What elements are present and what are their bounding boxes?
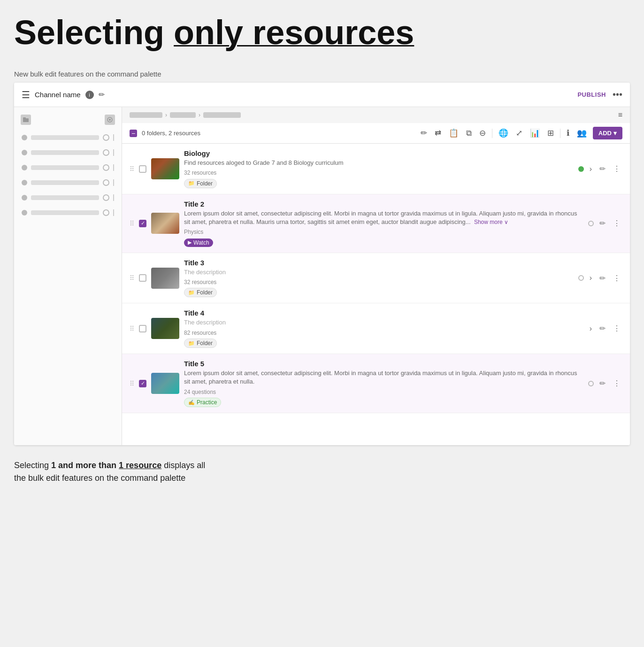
edit-pencil-icon[interactable]: ✏ (99, 90, 105, 99)
resource-desc-title4: The description (184, 318, 583, 327)
resource-thumbnail-title5 (151, 373, 179, 394)
row-actions-title4: › ✏ ⋮ (588, 323, 622, 334)
folder-icon-biology: 📁 (188, 180, 195, 186)
sidebar-dot (22, 180, 27, 185)
status-dot-biology (578, 166, 584, 172)
hamburger-icon[interactable]: ☰ (22, 89, 30, 100)
move-tool-button[interactable]: ⇄ (433, 127, 443, 139)
edit-tool-button[interactable]: ✏ (419, 127, 429, 139)
more-icon-title4[interactable]: ⋮ (611, 323, 622, 334)
table-row: ⠿ Title 3 The description 32 resources 📁… (122, 253, 630, 304)
select-all-checkbox[interactable] (130, 130, 137, 137)
copy-tool-button[interactable]: ⧉ (465, 127, 473, 139)
breadcrumb-item-3[interactable] (203, 112, 241, 118)
practice-icon-title5: ✍ (188, 400, 195, 406)
sidebar-item[interactable] (18, 207, 118, 219)
sidebar-item[interactable] (18, 192, 118, 204)
remove-tool-button[interactable]: ⊖ (478, 127, 487, 139)
info-tool-button[interactable]: ℹ (565, 127, 571, 139)
globe-tool-button[interactable]: 🌐 (497, 127, 510, 139)
edit-icon-title5[interactable]: ✏ (598, 378, 607, 389)
resource-meta-title5: 24 questions (184, 389, 583, 395)
resource-info-title2: Title 2 Lorem ipsum dolor sit amet, cons… (184, 200, 583, 247)
sidebar-item[interactable] (18, 177, 118, 189)
expand-chevron-biology[interactable]: › (588, 164, 594, 174)
breadcrumb-item-1[interactable] (130, 112, 162, 118)
sidebar-line (113, 209, 114, 216)
more-icon-title2[interactable]: ⋮ (611, 218, 622, 229)
sidebar-item[interactable] (18, 146, 118, 159)
resource-desc-title3: The description (184, 268, 574, 277)
expand-chevron-title4[interactable]: › (588, 324, 594, 334)
drag-handle-icon[interactable]: ⠿ (130, 274, 134, 282)
sidebar-bar (31, 135, 99, 140)
svg-rect-0 (23, 118, 29, 122)
breadcrumb-item-2[interactable] (170, 112, 196, 118)
resource-meta-title2: Physics (184, 229, 583, 235)
resource-title-title2: Title 2 (184, 200, 583, 208)
grid-tool-button[interactable]: ⊞ (546, 127, 555, 139)
row-checkbox-title3[interactable] (139, 274, 146, 282)
sidebar-bar (31, 180, 99, 185)
sidebar-line (113, 194, 114, 201)
toolbar-actions: ✏ ⇄ 📋 ⧉ ⊖ 🌐 ⤢ 📊 ⊞ ℹ 👥 A (419, 127, 622, 139)
row-checkbox-title2[interactable] (139, 220, 146, 227)
row-checkbox-biology[interactable] (139, 165, 146, 173)
resource-count: 0 folders, 2 resources (142, 130, 414, 137)
drag-handle-icon[interactable]: ⠿ (130, 325, 134, 332)
toolbar-divider (492, 129, 492, 138)
expand-tool-button[interactable]: ⤢ (514, 127, 524, 139)
sidebar-circle (103, 164, 109, 171)
toolbar-divider2 (560, 129, 560, 138)
add-button[interactable]: ADD ▾ (593, 127, 622, 139)
chart-tool-button[interactable]: 📊 (529, 127, 541, 139)
edit-icon-title4[interactable]: ✏ (598, 323, 607, 334)
svg-point-3 (109, 119, 111, 121)
row-checkbox-title5[interactable] (139, 380, 146, 387)
more-options-icon[interactable]: ••• (613, 89, 622, 100)
publish-button[interactable]: PUBLISH (577, 91, 606, 98)
page-wrapper: Selecting only resources New bulk edit f… (0, 0, 644, 503)
sidebar-dot (22, 210, 27, 216)
page-title: Selecting only resources (14, 14, 630, 51)
sidebar-item[interactable] (18, 162, 118, 174)
more-icon-title3[interactable]: ⋮ (611, 273, 622, 284)
sidebar-circle (103, 149, 109, 156)
expand-chevron-title3[interactable]: › (588, 273, 594, 283)
resource-info-title4: Title 4 The description 82 resources 📁 F… (184, 309, 583, 348)
drag-handle-icon[interactable]: ⠿ (130, 380, 134, 387)
users-tool-button[interactable]: 👥 (575, 127, 588, 139)
bottom-text: Selecting 1 and more than 1 resource dis… (14, 459, 630, 485)
edit-icon-biology[interactable]: ✏ (598, 163, 607, 174)
subtitle: New bulk edit features on the command pa… (14, 70, 630, 78)
drag-handle-icon[interactable]: ⠿ (130, 220, 134, 227)
resource-info-title3: Title 3 The description 32 resources 📁 F… (184, 259, 574, 298)
edit-icon-title2[interactable]: ✏ (598, 218, 607, 229)
channel-name-label: Channel name (35, 91, 81, 99)
sidebar (14, 107, 122, 445)
sidebar-bar (31, 195, 99, 200)
resource-title-title5: Title 5 (184, 360, 583, 368)
table-row: ⠿ Title 5 Lorem ipsum dolor sit amet, co… (122, 354, 630, 413)
show-more-title2[interactable]: Show more ∨ (473, 219, 508, 225)
resource-info-biology: Biology Find resources aloged to Grade 7… (184, 149, 574, 188)
info-icon[interactable]: i (85, 91, 94, 99)
clipboard-tool-button[interactable]: 📋 (447, 127, 460, 139)
table-row: ⠿ Title 2 Lorem ipsum dolor sit amet, co… (122, 194, 630, 253)
more-icon-biology[interactable]: ⋮ (611, 163, 622, 174)
resource-thumbnail-title3 (151, 268, 179, 289)
sidebar-dot (22, 135, 27, 140)
status-dot-title2 (588, 221, 594, 226)
list-view-icon[interactable]: ≡ (618, 111, 622, 119)
edit-icon-title3[interactable]: ✏ (598, 273, 607, 284)
bottom-underline: 1 resource (119, 461, 161, 470)
resource-tag-folder-title4: 📁 Folder (184, 339, 217, 348)
resource-meta-biology: 32 resources (184, 169, 574, 176)
drag-handle-icon[interactable]: ⠿ (130, 165, 134, 173)
row-checkbox-title4[interactable] (139, 325, 146, 332)
sidebar-line (113, 164, 114, 171)
more-icon-title5[interactable]: ⋮ (611, 378, 622, 389)
breadcrumb-sep-1: › (165, 112, 167, 118)
resource-thumbnail-title4 (151, 318, 179, 339)
sidebar-item[interactable] (18, 131, 118, 144)
